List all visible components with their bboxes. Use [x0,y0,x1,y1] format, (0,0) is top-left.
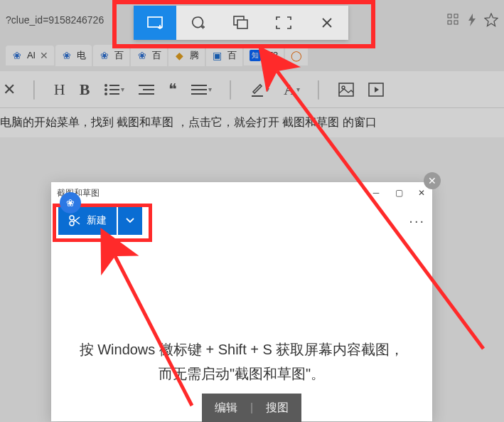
star-icon[interactable] [484,13,498,27]
window-maximize-icon[interactable]: ▢ [394,188,404,198]
divider: │ [30,80,40,99]
indent-button[interactable] [139,83,154,96]
svg-rect-3 [454,21,458,24]
favicon-icon: ◆ [174,50,186,61]
snip-sketch-window: ✕ 截图和草图 ─ ▢ ✕ 新建 ··· ❀ 按 Windows 徽标键 + S… [51,182,432,421]
list-button[interactable]: ▾ [104,83,124,96]
baidu-icon: ❀ [136,50,148,61]
close-formatting-icon[interactable]: ✕ [3,80,16,99]
video-button[interactable] [368,83,384,97]
svg-rect-1 [454,14,458,18]
quote-button[interactable]: ❝ [168,80,177,99]
image-action-bar: 编辑 | 搜图 [202,394,301,422]
svg-rect-26 [237,20,247,28]
new-snip-dropdown[interactable] [118,206,142,235]
align-button[interactable]: ▾ [191,83,212,96]
snip-rectangle-button[interactable] [134,6,176,40]
svg-rect-2 [448,21,451,24]
divider: │ [314,80,324,99]
svg-rect-17 [339,83,353,96]
baidu-icon: ❀ [61,50,73,61]
tab-close-icon[interactable]: ✕ [40,50,48,61]
svg-point-18 [342,86,345,89]
favicon-icon: ▣ [212,50,223,61]
browser-tab[interactable]: ❀Al✕ [6,46,54,65]
image-button[interactable] [338,83,354,97]
window-minimize-icon[interactable]: ─ [371,188,381,198]
more-options-button[interactable]: ··· [409,213,425,229]
heading-button[interactable]: H [54,80,65,99]
highlight-button[interactable]: ▾ [250,82,269,97]
svg-rect-0 [448,14,451,18]
window-title: 截图和草图 [57,187,371,199]
window-titlebar: 截图和草图 ─ ▢ ✕ [51,182,432,204]
baidu-overlay-icon[interactable]: ❀ [60,192,81,213]
zhihu-icon: 知 [250,50,261,61]
baidu-icon: ❀ [99,50,110,61]
browser-tab[interactable]: ❀电 [55,45,92,66]
bold-button[interactable]: B [80,80,90,99]
svg-point-6 [104,88,107,91]
editor-toolbar: ✕ │ H B ▾ ❝ ▾ │ ▾ A▾ │ [0,71,504,108]
overlay-close-icon[interactable]: ✕ [424,172,441,189]
editor-body-text: 电脑的开始菜单，找到 截图和草图 ，点击它，就会打开 截图和草图 的窗口 [0,108,504,137]
divider: │ [226,80,236,99]
snip-freeform-button[interactable] [176,6,219,40]
edit-button[interactable]: 编辑 [202,401,250,416]
text-color-button[interactable]: A▾ [284,80,300,99]
svg-point-8 [104,93,107,95]
favicon-icon: ◯ [291,50,302,61]
svg-point-4 [104,84,107,87]
baidu-icon: ❀ [11,50,23,61]
snip-sketch-body: 按 Windows 徽标键 + Shift + S 获取屏幕内容截图， 而无需启… [51,238,432,386]
scissors-icon [68,214,81,227]
bolt-icon[interactable] [467,14,477,26]
command-bar: 新建 ··· [51,204,432,238]
snip-mode-toolbar [134,6,348,40]
search-image-button[interactable]: 搜图 [253,401,301,416]
snip-fullscreen-button[interactable] [262,6,305,40]
grid-icon[interactable] [447,14,460,26]
snip-window-button[interactable] [220,6,262,40]
window-close-icon[interactable]: ✕ [417,188,427,198]
snip-close-button[interactable] [306,6,348,40]
